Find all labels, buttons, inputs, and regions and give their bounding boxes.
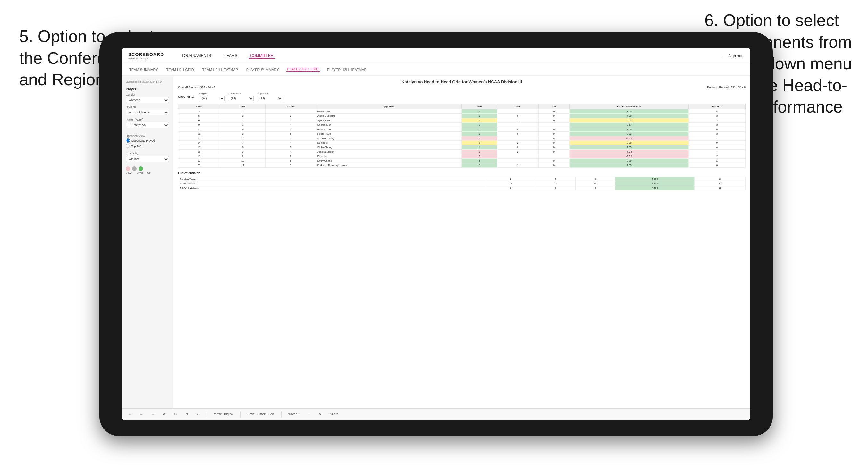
nav-tournaments[interactable]: TOURNAMENTS xyxy=(180,54,213,59)
ood-rounds: 10 xyxy=(694,186,745,190)
cell-loss: 0 xyxy=(497,127,538,132)
cell-reg: 6 xyxy=(220,127,266,132)
cell-loss xyxy=(497,109,538,114)
toolbar-icon1[interactable]: ↕ xyxy=(307,412,312,417)
player-rank-label: Player (Rank) xyxy=(126,118,169,121)
table-row: 13 1 1 Jessica Huang 1 0 -3.00 2 xyxy=(178,136,745,141)
cell-diff: 1.25 xyxy=(569,145,688,150)
cell-diff: 1.50 xyxy=(569,109,688,114)
toolbar-undo[interactable]: ↩ xyxy=(127,412,133,417)
subnav-player-summary[interactable]: PLAYER SUMMARY xyxy=(245,68,280,71)
division-select[interactable]: NCAA Division III xyxy=(126,110,169,115)
region-select[interactable]: (All) xyxy=(199,95,225,101)
ood-loss: 0 xyxy=(536,181,576,186)
sign-out-link[interactable]: Sign out xyxy=(726,54,744,58)
data-title: Katelyn Vo Head-to-Head Grid for Women's… xyxy=(178,80,745,84)
cell-win: 2 xyxy=(461,141,497,145)
player-rank-select[interactable]: 8. Katelyn Vo xyxy=(126,122,169,128)
cell-loss: 0 xyxy=(497,145,538,150)
cell-loss xyxy=(497,136,538,141)
cell-rounds: 11 xyxy=(688,159,745,163)
toolbar-view-original[interactable]: View: Original xyxy=(212,412,236,417)
cell-rounds: 3 xyxy=(688,118,745,123)
cell-opponent: Stella Cheng xyxy=(315,145,461,150)
th-win: Win xyxy=(461,104,497,109)
cell-win: 1 xyxy=(461,145,497,150)
cell-conf: 4 xyxy=(266,123,316,127)
ood-diff: 7.400 xyxy=(615,186,694,190)
ood-rounds: 2 xyxy=(694,177,745,181)
cell-div: 15 xyxy=(178,145,220,150)
cell-opponent: Andrea York xyxy=(315,127,461,132)
nav-right: | Sign out xyxy=(722,54,744,58)
toolbar-dots[interactable]: ⚙ xyxy=(183,412,190,417)
cell-conf: 1 xyxy=(266,136,316,141)
cell-win: 1 xyxy=(461,150,497,154)
filters-row: Opponents: Region (All) Conference (All) xyxy=(178,92,745,101)
main-content: Last Updated: 27/03/2024 14:34 Player Ge… xyxy=(122,75,750,408)
conference-select[interactable]: (All) xyxy=(228,95,254,101)
subnav-team-h2h-grid[interactable]: TEAM H2H GRID xyxy=(165,68,195,71)
out-of-division-title: Out of division xyxy=(178,172,745,175)
th-diff: Diff Av Strokes/Rnd xyxy=(569,104,688,109)
opponent-select[interactable]: (All) xyxy=(257,95,282,101)
cell-conf: 2 xyxy=(266,154,316,159)
toolbar-cut[interactable]: ✂ xyxy=(172,412,179,417)
table-row: 6 3 3 Sydney Kuo 1 1 0 -1.00 3 xyxy=(178,118,745,123)
cell-reg: 2 xyxy=(220,132,266,136)
toolbar-save-custom[interactable]: Save Custom View xyxy=(246,412,276,417)
cell-reg: 1 xyxy=(220,136,266,141)
records-row: Overall Record: 353 - 34 - 6 Division Re… xyxy=(178,86,745,89)
radio-top100-input[interactable] xyxy=(126,144,130,148)
nav-teams[interactable]: TEAMS xyxy=(222,54,239,59)
ood-tie: 0 xyxy=(576,177,615,181)
cell-win: 2 xyxy=(461,163,497,168)
radio-opponents-played[interactable]: Opponents Played xyxy=(126,138,169,143)
subnav-team-summary[interactable]: TEAM SUMMARY xyxy=(128,68,159,71)
cell-reg: 2 xyxy=(220,114,266,118)
cell-conf: 3 xyxy=(266,127,316,132)
cell-rounds: 4 xyxy=(688,145,745,150)
cell-conf: 4 xyxy=(266,150,316,154)
cell-tie: 0 xyxy=(538,118,569,123)
nav-committee[interactable]: COMMITTEE xyxy=(248,54,275,59)
ood-loss: 0 xyxy=(536,177,576,181)
cell-opponent: Jessica Mason xyxy=(315,150,461,154)
colour-by-select[interactable]: Win/loss xyxy=(126,156,169,162)
cell-opponent: Esther Lee xyxy=(315,109,461,114)
th-opponent: Opponent xyxy=(315,104,461,109)
toolbar-icon2[interactable]: ⇱ xyxy=(317,412,323,417)
radio-opponents-played-input[interactable] xyxy=(126,138,130,143)
cell-diff: -0.94 xyxy=(569,150,688,154)
cell-diff: 0.38 xyxy=(569,141,688,145)
cell-reg: 10 xyxy=(220,159,266,163)
toolbar-share[interactable]: Share xyxy=(328,412,341,417)
toolbar-back[interactable]: ← xyxy=(138,412,145,417)
cell-opponent: Eunice Yi xyxy=(315,141,461,145)
table-row: 11 2 5 Heejo Hyun 1 0 0 3.33 3 xyxy=(178,132,745,136)
toolbar-watch[interactable]: Watch ▾ xyxy=(286,412,302,417)
subnav-team-h2h-heatmap[interactable]: TEAM H2H HEATMAP xyxy=(202,68,239,71)
subnav-player-h2h-grid[interactable]: PLAYER H2H GRID xyxy=(286,67,320,72)
cell-div: 19 xyxy=(178,159,220,163)
nav-links: TOURNAMENTS TEAMS COMMITTEE xyxy=(180,54,722,59)
cell-div: 14 xyxy=(178,141,220,145)
gender-select[interactable]: Women's xyxy=(126,97,169,103)
radio-top100[interactable]: Top 100 xyxy=(126,144,169,148)
cell-loss: 2 xyxy=(497,141,538,145)
colour-label-up: Up xyxy=(148,172,151,174)
cell-opponent: Euna Lee xyxy=(315,154,461,159)
subnav-player-h2h-heatmap[interactable]: PLAYER H2H HEATMAP xyxy=(326,68,368,71)
cell-diff: -3.00 xyxy=(569,136,688,141)
cell-diff: 3.33 xyxy=(569,132,688,136)
opponents-label: Opponents: xyxy=(178,95,194,98)
ood-diff: 9.267 xyxy=(615,181,694,186)
cell-loss xyxy=(497,154,538,159)
cell-diff: 4.00 xyxy=(569,127,688,132)
table-header-row: # Div # Reg # Conf Opponent Win Loss Tie… xyxy=(178,104,745,109)
toolbar-redo[interactable]: ↪ xyxy=(150,412,156,417)
toolbar-time[interactable]: ⏱ xyxy=(195,412,202,417)
toolbar-add[interactable]: ⊕ xyxy=(161,412,167,417)
cell-diff: 0.30 xyxy=(569,159,688,163)
cell-opponent: Heejo Hyun xyxy=(315,132,461,136)
